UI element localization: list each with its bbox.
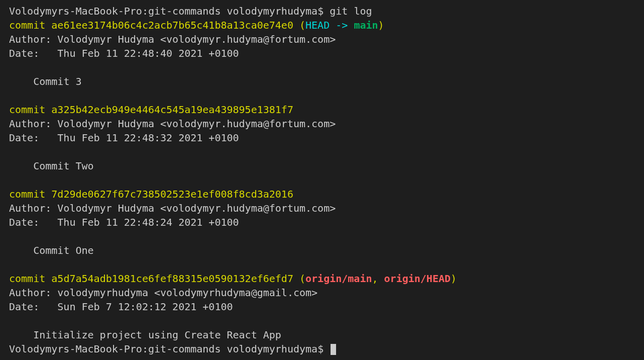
branch-ref: main: [354, 19, 378, 31]
blank-line: [9, 314, 635, 328]
blank-line: [9, 229, 635, 243]
date-line: Date: Thu Feb 11 22:48:40 2021 +0100: [9, 46, 635, 60]
terminal-output[interactable]: Volodymyrs-MacBook-Pro:git-commands volo…: [9, 4, 635, 356]
blank-line: [9, 88, 635, 103]
entered-command: git log: [330, 5, 372, 17]
commit-hash-line: commit ae61ee3174b06c4c2acb7b65c41b8a13c…: [9, 18, 635, 32]
date-line: Date: Sun Feb 7 12:02:12 2021 +0100: [9, 300, 635, 314]
date-line: Date: Thu Feb 11 22:48:32 2021 +0100: [9, 131, 635, 145]
prompt-line-1: Volodymyrs-MacBook-Pro:git-commands volo…: [9, 4, 635, 18]
commit-hash-line: commit 7d29de0627f67c738502523e1ef008f8c…: [9, 187, 635, 201]
head-ref: HEAD: [305, 19, 330, 31]
remote-ref: origin/HEAD: [384, 273, 451, 285]
author-line: Author: Volodymyr Hudyma <volodymyr.hudy…: [9, 201, 635, 215]
blank-line: [9, 257, 635, 272]
author-line: Author: Volodymyr Hudyma <volodymyr.hudy…: [9, 117, 635, 131]
commit-message: Initialize project using Create React Ap…: [9, 328, 635, 342]
commit-hash-line: commit a5d7a54adb1981ce6fef88315e0590132…: [9, 272, 635, 286]
blank-line: [9, 145, 635, 159]
blank-line: [9, 173, 635, 187]
commit-message: Commit Two: [9, 159, 635, 173]
prompt-host: Volodymyrs-MacBook-Pro:git-commands volo…: [9, 5, 324, 17]
blank-line: [9, 60, 635, 74]
prompt-line-2[interactable]: Volodymyrs-MacBook-Pro:git-commands volo…: [9, 342, 635, 356]
author-line: Author: volodymyrhudyma <volodymyrhudyma…: [9, 286, 635, 300]
prompt-host: Volodymyrs-MacBook-Pro:git-commands volo…: [9, 343, 324, 355]
date-line: Date: Thu Feb 11 22:48:24 2021 +0100: [9, 215, 635, 229]
commit-message: Commit 3: [9, 74, 635, 88]
cursor-icon: [331, 344, 336, 355]
author-line: Author: Volodymyr Hudyma <volodymyr.hudy…: [9, 32, 635, 46]
commit-hash-line: commit a325b42ecb949e4464c545a19ea439895…: [9, 103, 635, 117]
commit-message: Commit One: [9, 243, 635, 257]
remote-ref: origin/main: [305, 273, 372, 285]
